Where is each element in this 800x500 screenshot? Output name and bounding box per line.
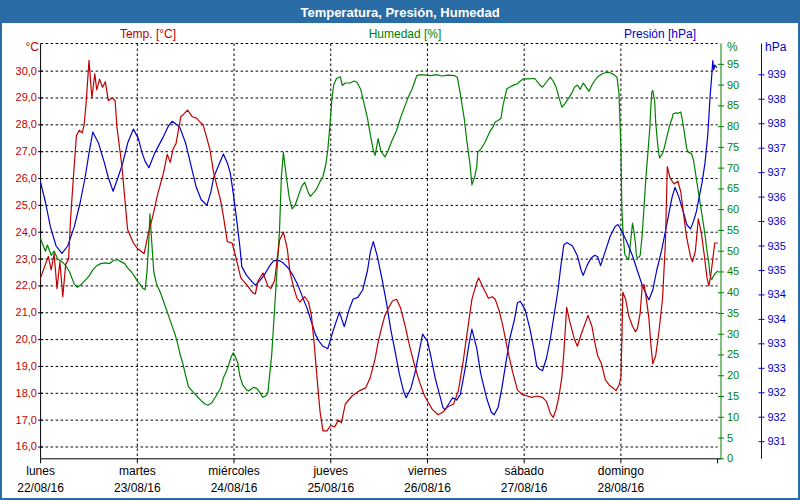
x-axis-day-name: domingo bbox=[573, 464, 669, 478]
humidity-tick-label: 60 bbox=[727, 203, 739, 216]
temp-tick-label: 26,0 bbox=[4, 172, 37, 185]
pressure-tick-label: 939 bbox=[768, 68, 786, 81]
pressure-tick-label: 932 bbox=[768, 386, 786, 399]
humidity-tick-label: 45 bbox=[727, 265, 739, 278]
humidity-tick-label: 80 bbox=[727, 120, 739, 133]
temp-tick-label: 23,0 bbox=[4, 253, 37, 266]
x-axis-day-name: martes bbox=[89, 464, 185, 478]
pressure-tick-label: 938 bbox=[768, 117, 786, 130]
temp-tick-label: 22,0 bbox=[4, 279, 37, 292]
x-axis-day-date: 28/08/16 bbox=[573, 481, 669, 495]
temp-tick-label: 24,0 bbox=[4, 226, 37, 239]
humidity-tick-label: 25 bbox=[727, 348, 739, 361]
humidity-tick-label: 0 bbox=[727, 452, 733, 465]
pressure-tick-label: 936 bbox=[768, 215, 786, 228]
pressure-tick-label: 938 bbox=[768, 93, 786, 106]
temp-tick-label: 30,0 bbox=[4, 65, 37, 78]
series-pressure bbox=[41, 61, 717, 415]
humidity-tick-label: 65 bbox=[727, 182, 739, 195]
series-temp bbox=[41, 60, 718, 431]
x-axis-day-date: 22/08/16 bbox=[0, 481, 89, 495]
pressure-tick-label: 932 bbox=[768, 411, 786, 424]
humidity-tick-label: 95 bbox=[727, 58, 739, 71]
pressure-tick-label: 931 bbox=[768, 435, 786, 448]
x-axis-day-date: 26/08/16 bbox=[379, 481, 475, 495]
pressure-tick-label: 933 bbox=[768, 337, 786, 350]
humidity-tick-label: 75 bbox=[727, 141, 739, 154]
humidity-tick-label: 50 bbox=[727, 245, 739, 258]
pressure-tick-label: 937 bbox=[768, 166, 786, 179]
humidity-tick-label: 85 bbox=[727, 99, 739, 112]
temp-tick-label: 20,0 bbox=[4, 333, 37, 346]
app-window: Temperatura, Presión, Humedad Temp. [°C]… bbox=[0, 0, 800, 500]
pressure-tick-label: 936 bbox=[768, 191, 786, 204]
pressure-tick-label: 933 bbox=[768, 362, 786, 375]
temp-tick-label: 29,0 bbox=[4, 91, 37, 104]
humidity-tick-label: 35 bbox=[727, 307, 739, 320]
x-axis-day-name: lunes bbox=[0, 464, 89, 478]
temp-tick-label: 16,0 bbox=[4, 440, 37, 453]
temp-tick-label: 28,0 bbox=[4, 118, 37, 131]
x-axis-day-name: viernes bbox=[379, 464, 475, 478]
x-axis-day-date: 23/08/16 bbox=[89, 481, 185, 495]
pressure-tick-label: 934 bbox=[768, 288, 786, 301]
temp-tick-label: 17,0 bbox=[4, 414, 37, 427]
pressure-tick-label: 934 bbox=[768, 313, 786, 326]
temp-tick-label: 18,0 bbox=[4, 387, 37, 400]
humidity-tick-label: 30 bbox=[727, 328, 739, 341]
temp-tick-label: 27,0 bbox=[4, 145, 37, 158]
series-humidity bbox=[41, 72, 718, 405]
temp-tick-label: 25,0 bbox=[4, 199, 37, 212]
pressure-tick-label: 935 bbox=[768, 264, 786, 277]
humidity-tick-label: 90 bbox=[727, 79, 739, 92]
humidity-tick-label: 70 bbox=[727, 162, 739, 175]
x-axis-day-date: 25/08/16 bbox=[283, 481, 379, 495]
pressure-tick-label: 937 bbox=[768, 142, 786, 155]
humidity-tick-label: 40 bbox=[727, 286, 739, 299]
temp-tick-label: 21,0 bbox=[4, 306, 37, 319]
humidity-tick-label: 15 bbox=[727, 390, 739, 403]
humidity-tick-label: 5 bbox=[727, 432, 733, 445]
x-axis-day-name: sábado bbox=[476, 464, 572, 478]
temp-tick-label: 19,0 bbox=[4, 360, 37, 373]
humidity-tick-label: 20 bbox=[727, 369, 739, 382]
x-axis-day-name: jueves bbox=[283, 464, 379, 478]
x-axis-day-name: miércoles bbox=[186, 464, 282, 478]
x-axis-day-date: 27/08/16 bbox=[476, 481, 572, 495]
humidity-tick-label: 55 bbox=[727, 224, 739, 237]
chart-plot-area bbox=[2, 2, 798, 498]
x-axis-day-date: 24/08/16 bbox=[186, 481, 282, 495]
pressure-tick-label: 935 bbox=[768, 240, 786, 253]
humidity-tick-label: 10 bbox=[727, 411, 739, 424]
